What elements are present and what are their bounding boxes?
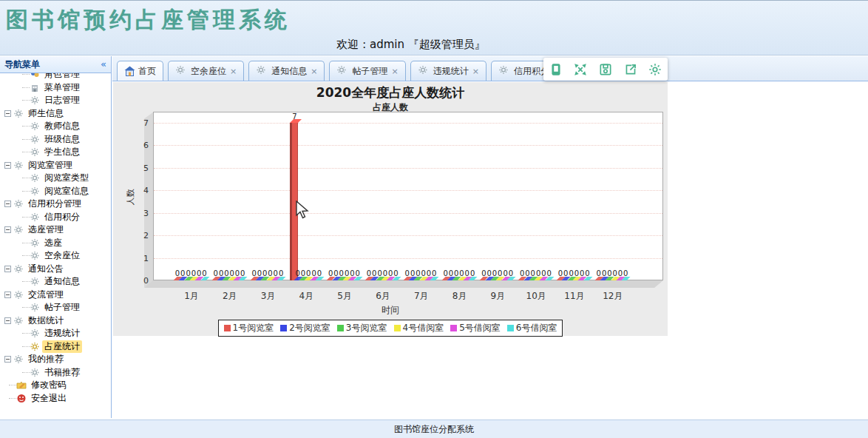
gridline (154, 145, 662, 146)
tree-item[interactable]: 帖子管理 (0, 301, 99, 314)
tree-item[interactable]: 选座 (0, 237, 99, 250)
tree-item[interactable]: 选座管理 (0, 223, 99, 237)
expander-icon[interactable] (4, 201, 11, 207)
legend-item: 3号阅览室 (337, 322, 387, 334)
y-tick-label: 6 (134, 141, 149, 150)
sidebar: 导航菜单 « 角色管理菜单管理日志管理师生信息教师信息班级信息学生信息阅览室管理… (0, 56, 112, 420)
x-tick-label: 5月 (330, 290, 359, 303)
expander-icon[interactable] (4, 356, 11, 363)
expander-icon[interactable] (4, 110, 11, 117)
tree-item[interactable]: 师生信息 (0, 107, 99, 121)
gear-icon (175, 65, 186, 75)
tree-item[interactable]: 修改密码 (0, 379, 99, 392)
zero-value-label: 0 (508, 269, 514, 277)
legend-label: 4号借阅室 (403, 322, 444, 334)
fullscreen-icon[interactable] (573, 62, 588, 77)
expander-icon[interactable] (4, 292, 11, 298)
legend-item: 4号借阅室 (394, 322, 444, 334)
close-icon[interactable]: × (391, 67, 398, 76)
expander-icon[interactable] (4, 226, 11, 233)
tree-item[interactable]: 交流管理 (0, 289, 99, 302)
tree-item[interactable]: 违规统计 (0, 327, 99, 340)
tree-item[interactable]: 通知公告 (0, 263, 99, 276)
tab-5[interactable]: 违规统计× (410, 61, 486, 81)
device-icon[interactable] (549, 62, 563, 77)
tree-item-selected[interactable]: 占座统计 (0, 340, 99, 354)
collapse-sidebar-icon[interactable]: « (101, 60, 106, 69)
tree-item-label: 书籍推荐 (42, 366, 82, 379)
legend-swatch (394, 325, 401, 331)
legend-item: 1号阅览室 (224, 322, 274, 334)
close-icon[interactable]: × (230, 67, 237, 76)
settings-icon[interactable] (648, 62, 662, 77)
chart-panel: 2020全年度占座人数统计 占座人数 人数 时间 1号阅览室2号阅览室3号阅览室… (113, 82, 668, 336)
expander-icon[interactable] (4, 317, 11, 324)
zero-value-label: 0 (278, 269, 284, 277)
tree-item-label: 信用积分管理 (26, 198, 84, 210)
save-icon[interactable] (598, 62, 613, 77)
tab-1[interactable]: 首页 (117, 61, 163, 81)
x-tick-label: 7月 (407, 290, 436, 303)
tab-4[interactable]: 帖子管理× (329, 61, 405, 81)
zero-value-label: 0 (623, 269, 628, 277)
tree-item[interactable]: 通知信息 (0, 275, 99, 289)
tree-item[interactable]: 数据统计 (0, 314, 99, 328)
tree-item[interactable]: 空余座位 (0, 249, 99, 263)
tree-item-label: 空余座位 (42, 249, 82, 262)
tab-3[interactable]: 通知信息× (248, 61, 325, 81)
tree-item[interactable]: 学生信息 (0, 146, 99, 159)
x-tick-label: 2月 (215, 290, 245, 303)
tree-item[interactable]: 书籍推荐 (0, 366, 99, 380)
extension-toolbar (543, 58, 668, 81)
tree-item-label: 角色管理 (42, 73, 82, 81)
x-axis-label: 时间 (113, 304, 668, 317)
tree-item[interactable]: 班级信息 (0, 133, 99, 146)
x-tick-label: 10月 (521, 290, 551, 303)
gear-icon (13, 316, 24, 326)
zero-value-label: 0 (469, 269, 475, 277)
nav-tree: 角色管理菜单管理日志管理师生信息教师信息班级信息学生信息阅览室管理阅览室类型阅览… (0, 73, 99, 420)
tree-item[interactable]: 阅览室管理 (0, 159, 99, 172)
gear-icon (30, 121, 40, 131)
tab-2[interactable]: 空余座位× (168, 61, 244, 81)
gear-icon (13, 199, 24, 209)
close-icon[interactable]: × (472, 67, 479, 76)
legend-swatch (280, 325, 287, 331)
expander-icon[interactable] (4, 162, 11, 169)
x-tick-label: 4月 (291, 290, 321, 303)
gridline (154, 258, 662, 259)
bar-value-label: 7 (288, 112, 300, 121)
tab-label: 违规统计 (433, 65, 469, 78)
gear-icon (13, 354, 24, 364)
expander-icon[interactable] (4, 266, 11, 272)
tree-item[interactable]: 我的推荐 (0, 353, 99, 366)
tree-item[interactable]: 阅览室信息 (0, 185, 99, 198)
tree-item[interactable]: 信用积分 (0, 211, 99, 224)
tree-item[interactable]: 安全退出 (0, 392, 99, 405)
users-icon (30, 73, 40, 79)
legend-label: 3号阅览室 (346, 322, 387, 334)
tree-item-label: 阅览室管理 (26, 159, 75, 172)
export-icon[interactable] (623, 62, 638, 77)
zero-value-label: 0 (202, 269, 208, 277)
x-tick-label: 8月 (445, 290, 475, 303)
tree-item-label: 我的推荐 (26, 353, 66, 365)
tree-item-label: 日志管理 (42, 94, 82, 107)
tree-item-label: 师生信息 (26, 107, 66, 120)
zero-value-label: 0 (431, 269, 437, 277)
tree-item[interactable]: 阅览室类型 (0, 172, 99, 185)
y-tick-label: 0 (134, 276, 149, 286)
y-tick-label: 3 (134, 209, 149, 218)
tree-item[interactable]: 角色管理 (0, 73, 99, 81)
home-icon (124, 66, 135, 76)
gear-icon (336, 65, 347, 75)
zero-value-label: 0 (240, 269, 245, 277)
legend-item: 6号借阅室 (507, 322, 557, 334)
tree-item[interactable]: 日志管理 (0, 94, 99, 107)
tree-item[interactable]: 信用积分管理 (0, 198, 99, 211)
tree-item[interactable]: 教师信息 (0, 120, 99, 133)
x-tick-label: 12月 (598, 290, 628, 303)
close-icon[interactable]: × (311, 67, 317, 76)
gridline (154, 235, 662, 236)
tree-item[interactable]: 菜单管理 (0, 81, 99, 95)
